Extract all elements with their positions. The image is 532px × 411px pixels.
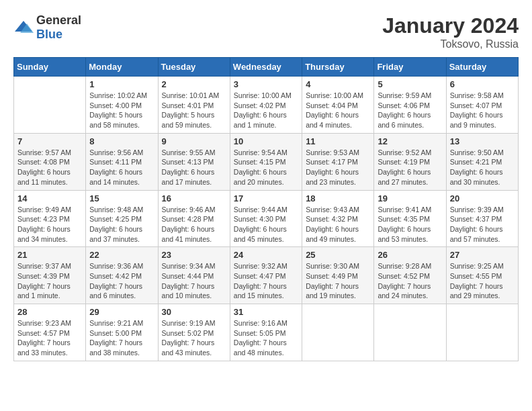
day-number: 24 — [234, 250, 298, 260]
day-number: 7 — [17, 136, 82, 146]
day-number: 15 — [89, 193, 154, 203]
calendar-cell: 10Sunrise: 9:54 AM Sunset: 4:15 PM Dayli… — [230, 133, 302, 190]
day-info: Sunrise: 9:34 AM Sunset: 4:44 PM Dayligh… — [162, 261, 226, 301]
calendar-cell: 28Sunrise: 9:23 AM Sunset: 4:57 PM Dayli… — [14, 304, 86, 361]
day-info: Sunrise: 9:54 AM Sunset: 4:15 PM Dayligh… — [234, 148, 298, 187]
calendar-cell — [302, 304, 374, 361]
logo-text: General Blue — [36, 13, 81, 42]
day-info: Sunrise: 9:53 AM Sunset: 4:17 PM Dayligh… — [306, 148, 370, 187]
day-number: 5 — [378, 79, 442, 89]
calendar-cell: 6Sunrise: 9:58 AM Sunset: 4:07 PM Daylig… — [446, 77, 518, 134]
title-block: January 2024 Toksovo, Russia — [382, 13, 519, 50]
weekday-header-thursday: Thursday — [302, 58, 374, 77]
calendar-cell: 4Sunrise: 10:00 AM Sunset: 4:04 PM Dayli… — [302, 77, 374, 134]
calendar-week-2: 7Sunrise: 9:57 AM Sunset: 4:08 PM Daylig… — [14, 133, 519, 190]
calendar-cell: 20Sunrise: 9:39 AM Sunset: 4:37 PM Dayli… — [446, 190, 518, 247]
day-info: Sunrise: 9:55 AM Sunset: 4:13 PM Dayligh… — [162, 148, 226, 187]
day-number: 26 — [378, 250, 442, 260]
calendar-cell: 3Sunrise: 10:00 AM Sunset: 4:02 PM Dayli… — [230, 77, 302, 134]
calendar-cell: 26Sunrise: 9:28 AM Sunset: 4:52 PM Dayli… — [374, 247, 446, 304]
weekday-header-tuesday: Tuesday — [158, 58, 230, 77]
calendar-cell: 15Sunrise: 9:48 AM Sunset: 4:25 PM Dayli… — [86, 190, 158, 247]
logo-icon — [13, 19, 34, 36]
day-info: Sunrise: 9:49 AM Sunset: 4:23 PM Dayligh… — [17, 205, 82, 244]
day-info: Sunrise: 10:00 AM Sunset: 4:04 PM Daylig… — [306, 91, 370, 130]
calendar-week-3: 14Sunrise: 9:49 AM Sunset: 4:23 PM Dayli… — [14, 190, 519, 247]
day-info: Sunrise: 9:25 AM Sunset: 4:55 PM Dayligh… — [450, 261, 515, 301]
calendar-cell: 14Sunrise: 9:49 AM Sunset: 4:23 PM Dayli… — [14, 190, 86, 247]
location-subtitle: Toksovo, Russia — [382, 38, 519, 50]
day-info: Sunrise: 9:58 AM Sunset: 4:07 PM Dayligh… — [450, 91, 515, 130]
day-info: Sunrise: 9:50 AM Sunset: 4:21 PM Dayligh… — [450, 148, 515, 187]
day-info: Sunrise: 9:52 AM Sunset: 4:19 PM Dayligh… — [378, 148, 442, 187]
calendar-cell: 27Sunrise: 9:25 AM Sunset: 4:55 PM Dayli… — [446, 247, 518, 304]
day-info: Sunrise: 9:57 AM Sunset: 4:08 PM Dayligh… — [17, 148, 82, 187]
calendar-week-4: 21Sunrise: 9:37 AM Sunset: 4:39 PM Dayli… — [14, 247, 519, 304]
calendar-cell: 11Sunrise: 9:53 AM Sunset: 4:17 PM Dayli… — [302, 133, 374, 190]
day-info: Sunrise: 9:21 AM Sunset: 5:00 PM Dayligh… — [89, 318, 154, 358]
calendar-cell: 23Sunrise: 9:34 AM Sunset: 4:44 PM Dayli… — [158, 247, 230, 304]
page-header: General Blue January 2024 Toksovo, Russi… — [13, 13, 519, 50]
day-info: Sunrise: 9:23 AM Sunset: 4:57 PM Dayligh… — [17, 318, 82, 358]
calendar-cell: 30Sunrise: 9:19 AM Sunset: 5:02 PM Dayli… — [158, 304, 230, 361]
day-info: Sunrise: 10:02 AM Sunset: 4:00 PM Daylig… — [89, 91, 154, 130]
day-number: 20 — [450, 193, 515, 203]
calendar-table: SundayMondayTuesdayWednesdayThursdayFrid… — [13, 57, 519, 361]
calendar-week-5: 28Sunrise: 9:23 AM Sunset: 4:57 PM Dayli… — [14, 304, 519, 361]
calendar-cell: 2Sunrise: 10:01 AM Sunset: 4:01 PM Dayli… — [158, 77, 230, 134]
calendar-cell: 12Sunrise: 9:52 AM Sunset: 4:19 PM Dayli… — [374, 133, 446, 190]
calendar-cell — [374, 304, 446, 361]
calendar-cell — [446, 304, 518, 361]
weekday-row: SundayMondayTuesdayWednesdayThursdayFrid… — [14, 58, 519, 77]
day-info: Sunrise: 9:32 AM Sunset: 4:47 PM Dayligh… — [234, 261, 298, 301]
day-number: 9 — [162, 136, 226, 146]
day-number: 25 — [306, 250, 370, 260]
calendar-cell: 17Sunrise: 9:44 AM Sunset: 4:30 PM Dayli… — [230, 190, 302, 247]
day-info: Sunrise: 9:44 AM Sunset: 4:30 PM Dayligh… — [234, 205, 298, 244]
calendar-cell: 31Sunrise: 9:16 AM Sunset: 5:05 PM Dayli… — [230, 304, 302, 361]
calendar-header: SundayMondayTuesdayWednesdayThursdayFrid… — [14, 58, 519, 77]
day-info: Sunrise: 9:43 AM Sunset: 4:32 PM Dayligh… — [306, 205, 370, 244]
weekday-header-friday: Friday — [374, 58, 446, 77]
day-number: 27 — [450, 250, 515, 260]
day-info: Sunrise: 9:41 AM Sunset: 4:35 PM Dayligh… — [378, 205, 442, 244]
day-number: 10 — [234, 136, 298, 146]
month-year-title: January 2024 — [382, 13, 519, 38]
weekday-header-sunday: Sunday — [14, 58, 86, 77]
weekday-header-monday: Monday — [86, 58, 158, 77]
calendar-cell: 5Sunrise: 9:59 AM Sunset: 4:06 PM Daylig… — [374, 77, 446, 134]
day-number: 3 — [234, 79, 298, 89]
day-number: 8 — [89, 136, 154, 146]
calendar-cell: 9Sunrise: 9:55 AM Sunset: 4:13 PM Daylig… — [158, 133, 230, 190]
day-info: Sunrise: 10:00 AM Sunset: 4:02 PM Daylig… — [234, 91, 298, 130]
calendar-cell: 19Sunrise: 9:41 AM Sunset: 4:35 PM Dayli… — [374, 190, 446, 247]
day-info: Sunrise: 9:37 AM Sunset: 4:39 PM Dayligh… — [17, 261, 82, 301]
day-info: Sunrise: 9:36 AM Sunset: 4:42 PM Dayligh… — [89, 261, 154, 301]
day-number: 16 — [162, 193, 226, 203]
calendar-cell: 29Sunrise: 9:21 AM Sunset: 5:00 PM Dayli… — [86, 304, 158, 361]
day-info: Sunrise: 9:48 AM Sunset: 4:25 PM Dayligh… — [89, 205, 154, 244]
day-number: 2 — [162, 79, 226, 89]
day-info: Sunrise: 9:28 AM Sunset: 4:52 PM Dayligh… — [378, 261, 442, 301]
calendar-cell: 8Sunrise: 9:56 AM Sunset: 4:11 PM Daylig… — [86, 133, 158, 190]
day-number: 13 — [450, 136, 515, 146]
day-number: 21 — [17, 250, 82, 260]
calendar-cell: 13Sunrise: 9:50 AM Sunset: 4:21 PM Dayli… — [446, 133, 518, 190]
day-number: 12 — [378, 136, 442, 146]
day-number: 29 — [89, 307, 154, 317]
day-number: 6 — [450, 79, 515, 89]
calendar-cell: 21Sunrise: 9:37 AM Sunset: 4:39 PM Dayli… — [14, 247, 86, 304]
day-number: 17 — [234, 193, 298, 203]
day-info: Sunrise: 9:39 AM Sunset: 4:37 PM Dayligh… — [450, 205, 515, 244]
day-number: 11 — [306, 136, 370, 146]
calendar-cell: 7Sunrise: 9:57 AM Sunset: 4:08 PM Daylig… — [14, 133, 86, 190]
calendar-cell — [14, 77, 86, 134]
logo: General Blue — [13, 13, 81, 42]
calendar-cell: 22Sunrise: 9:36 AM Sunset: 4:42 PM Dayli… — [86, 247, 158, 304]
calendar-cell: 16Sunrise: 9:46 AM Sunset: 4:28 PM Dayli… — [158, 190, 230, 247]
calendar-cell: 24Sunrise: 9:32 AM Sunset: 4:47 PM Dayli… — [230, 247, 302, 304]
day-number: 19 — [378, 193, 442, 203]
weekday-header-wednesday: Wednesday — [230, 58, 302, 77]
day-info: Sunrise: 9:46 AM Sunset: 4:28 PM Dayligh… — [162, 205, 226, 244]
day-number: 18 — [306, 193, 370, 203]
